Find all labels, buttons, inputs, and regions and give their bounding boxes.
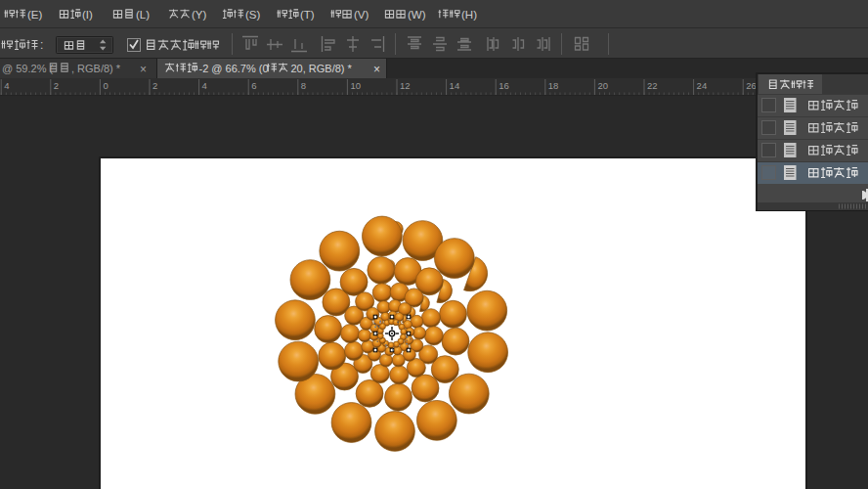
svg-text:, RGB/8) *: , RGB/8) * <box>71 63 121 74</box>
svg-text:(L): (L) <box>136 9 150 21</box>
svg-text:4: 4 <box>4 80 9 91</box>
svg-text:22: 22 <box>647 80 658 91</box>
svg-text:(I): (I) <box>82 9 93 21</box>
svg-text:18: 18 <box>548 80 559 91</box>
svg-text::: : <box>40 38 43 52</box>
svg-text:×: × <box>373 63 380 76</box>
svg-text:6: 6 <box>251 80 256 91</box>
svg-text:@ 59.2% (: @ 59.2% ( <box>2 63 53 74</box>
svg-text:×: × <box>140 63 147 76</box>
svg-text:-2 @ 66.7% (0: -2 @ 66.7% (0 <box>199 63 269 74</box>
svg-text:(H): (H) <box>461 9 477 21</box>
svg-text:(W): (W) <box>408 9 426 21</box>
svg-text:12: 12 <box>400 80 411 91</box>
svg-text:2: 2 <box>54 80 59 91</box>
svg-text:10: 10 <box>350 80 361 91</box>
svg-text:(T): (T) <box>300 9 315 21</box>
svg-text:2: 2 <box>152 80 157 91</box>
svg-text:(E): (E) <box>27 9 43 21</box>
svg-text:8: 8 <box>301 80 306 91</box>
svg-text:4: 4 <box>202 80 207 91</box>
svg-text:26: 26 <box>746 80 757 91</box>
svg-text:0: 0 <box>103 80 108 91</box>
svg-text:14: 14 <box>450 80 460 91</box>
svg-text:24: 24 <box>697 80 708 91</box>
svg-text:(S): (S) <box>245 9 261 21</box>
svg-text:16: 16 <box>499 80 509 91</box>
svg-text:20: 20 <box>597 80 608 91</box>
svg-text:(Y): (Y) <box>192 9 207 21</box>
svg-text:20, RGB/8) *: 20, RGB/8) * <box>291 63 353 74</box>
svg-text:(V): (V) <box>354 9 369 21</box>
